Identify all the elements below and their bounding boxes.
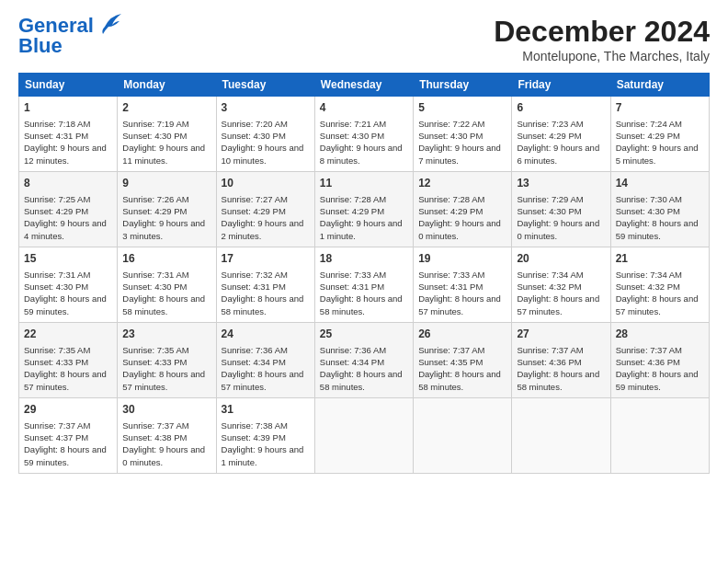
day-info: Sunrise: 7:34 AMSunset: 4:32 PMDaylight:… <box>616 269 704 317</box>
calendar-cell: 31Sunrise: 7:38 AMSunset: 4:39 PMDayligh… <box>216 398 314 474</box>
day-info: Sunrise: 7:21 AMSunset: 4:30 PMDaylight:… <box>320 118 408 167</box>
day-info: Sunrise: 7:37 AMSunset: 4:38 PMDaylight:… <box>122 419 210 468</box>
day-number: 15 <box>24 251 112 267</box>
day-number: 17 <box>222 251 310 267</box>
calendar-cell: 24Sunrise: 7:36 AMSunset: 4:34 PMDayligh… <box>216 323 314 398</box>
day-info: Sunrise: 7:30 AMSunset: 4:30 PMDaylight:… <box>616 193 704 242</box>
calendar-dow-monday: Monday <box>118 74 216 97</box>
calendar-cell: 17Sunrise: 7:32 AMSunset: 4:31 PMDayligh… <box>216 247 314 323</box>
day-info: Sunrise: 7:18 AMSunset: 4:31 PMDaylight:… <box>24 118 112 167</box>
calendar-cell: 9Sunrise: 7:26 AMSunset: 4:29 PMDaylight… <box>118 172 216 247</box>
calendar-cell: 18Sunrise: 7:33 AMSunset: 4:31 PMDayligh… <box>314 247 413 323</box>
calendar-cell: 13Sunrise: 7:29 AMSunset: 4:30 PMDayligh… <box>512 172 610 247</box>
calendar-dow-thursday: Thursday <box>414 74 512 97</box>
calendar-cell: 8Sunrise: 7:25 AMSunset: 4:29 PMDaylight… <box>19 172 118 247</box>
day-info: Sunrise: 7:29 AMSunset: 4:30 PMDaylight:… <box>517 193 605 242</box>
day-number: 29 <box>24 402 112 418</box>
month-title: December 2024 <box>494 15 710 49</box>
day-number: 2 <box>122 100 210 116</box>
calendar-cell: 15Sunrise: 7:31 AMSunset: 4:30 PMDayligh… <box>19 247 118 323</box>
calendar-cell: 20Sunrise: 7:34 AMSunset: 4:32 PMDayligh… <box>512 247 610 323</box>
calendar-cell: 25Sunrise: 7:36 AMSunset: 4:34 PMDayligh… <box>314 323 413 398</box>
calendar-dow-wednesday: Wednesday <box>314 74 413 97</box>
day-number: 28 <box>616 327 704 342</box>
day-number: 19 <box>418 251 506 267</box>
day-info: Sunrise: 7:19 AMSunset: 4:30 PMDaylight:… <box>122 118 210 167</box>
logo: General Blue <box>18 15 121 57</box>
calendar-cell: 16Sunrise: 7:31 AMSunset: 4:30 PMDayligh… <box>118 247 216 323</box>
calendar-cell: 1Sunrise: 7:18 AMSunset: 4:31 PMDaylight… <box>19 97 118 172</box>
calendar-cell: 21Sunrise: 7:34 AMSunset: 4:32 PMDayligh… <box>610 247 709 323</box>
day-info: Sunrise: 7:20 AMSunset: 4:30 PMDaylight:… <box>222 118 310 167</box>
day-info: Sunrise: 7:35 AMSunset: 4:33 PMDaylight:… <box>122 344 210 393</box>
day-number: 27 <box>517 327 605 342</box>
calendar-cell: 3Sunrise: 7:20 AMSunset: 4:30 PMDaylight… <box>216 97 314 172</box>
calendar-cell: 11Sunrise: 7:28 AMSunset: 4:29 PMDayligh… <box>314 172 413 247</box>
calendar-cell <box>314 398 413 474</box>
day-info: Sunrise: 7:37 AMSunset: 4:37 PMDaylight:… <box>24 419 112 468</box>
calendar-week-4: 22Sunrise: 7:35 AMSunset: 4:33 PMDayligh… <box>19 323 710 398</box>
calendar-cell: 26Sunrise: 7:37 AMSunset: 4:35 PMDayligh… <box>414 323 512 398</box>
day-number: 31 <box>222 402 310 418</box>
day-number: 22 <box>24 327 112 342</box>
day-number: 1 <box>24 100 112 116</box>
logo-bird-icon <box>96 14 121 34</box>
calendar-cell: 7Sunrise: 7:24 AMSunset: 4:29 PMDaylight… <box>610 97 709 172</box>
day-info: Sunrise: 7:37 AMSunset: 4:36 PMDaylight:… <box>517 344 605 393</box>
day-number: 16 <box>122 251 210 267</box>
day-number: 8 <box>24 176 112 191</box>
day-info: Sunrise: 7:33 AMSunset: 4:31 PMDaylight:… <box>418 269 506 317</box>
day-number: 18 <box>320 251 408 267</box>
day-info: Sunrise: 7:37 AMSunset: 4:35 PMDaylight:… <box>418 344 506 393</box>
day-number: 7 <box>616 100 704 116</box>
calendar-week-1: 1Sunrise: 7:18 AMSunset: 4:31 PMDaylight… <box>19 97 710 172</box>
calendar-cell: 23Sunrise: 7:35 AMSunset: 4:33 PMDayligh… <box>118 323 216 398</box>
day-number: 12 <box>418 176 506 191</box>
day-info: Sunrise: 7:23 AMSunset: 4:29 PMDaylight:… <box>517 118 605 167</box>
day-number: 20 <box>517 251 605 267</box>
calendar-dow-sunday: Sunday <box>19 74 118 97</box>
calendar-cell: 14Sunrise: 7:30 AMSunset: 4:30 PMDayligh… <box>610 172 709 247</box>
calendar-cell: 10Sunrise: 7:27 AMSunset: 4:29 PMDayligh… <box>216 172 314 247</box>
calendar-cell: 29Sunrise: 7:37 AMSunset: 4:37 PMDayligh… <box>19 398 118 474</box>
calendar-cell: 6Sunrise: 7:23 AMSunset: 4:29 PMDaylight… <box>512 97 610 172</box>
day-info: Sunrise: 7:35 AMSunset: 4:33 PMDaylight:… <box>24 344 112 393</box>
day-info: Sunrise: 7:31 AMSunset: 4:30 PMDaylight:… <box>24 269 112 317</box>
day-number: 3 <box>222 100 310 116</box>
day-number: 25 <box>320 327 408 342</box>
day-info: Sunrise: 7:27 AMSunset: 4:29 PMDaylight:… <box>222 193 310 242</box>
calendar-cell: 27Sunrise: 7:37 AMSunset: 4:36 PMDayligh… <box>512 323 610 398</box>
title-section: December 2024 Montelupone, The Marches, … <box>494 15 710 63</box>
calendar-cell: 19Sunrise: 7:33 AMSunset: 4:31 PMDayligh… <box>414 247 512 323</box>
calendar-cell: 22Sunrise: 7:35 AMSunset: 4:33 PMDayligh… <box>19 323 118 398</box>
calendar-dow-tuesday: Tuesday <box>216 74 314 97</box>
day-number: 30 <box>122 402 210 418</box>
day-number: 6 <box>517 100 605 116</box>
day-info: Sunrise: 7:28 AMSunset: 4:29 PMDaylight:… <box>418 193 506 242</box>
calendar-table: SundayMondayTuesdayWednesdayThursdayFrid… <box>18 73 710 474</box>
day-info: Sunrise: 7:26 AMSunset: 4:29 PMDaylight:… <box>122 193 210 242</box>
day-number: 26 <box>418 327 506 342</box>
day-number: 5 <box>418 100 506 116</box>
day-number: 21 <box>616 251 704 267</box>
calendar-cell: 30Sunrise: 7:37 AMSunset: 4:38 PMDayligh… <box>118 398 216 474</box>
calendar-week-5: 29Sunrise: 7:37 AMSunset: 4:37 PMDayligh… <box>19 398 710 474</box>
day-info: Sunrise: 7:33 AMSunset: 4:31 PMDaylight:… <box>320 269 408 317</box>
logo-blue: Blue <box>18 34 63 57</box>
day-info: Sunrise: 7:22 AMSunset: 4:30 PMDaylight:… <box>418 118 506 167</box>
calendar-cell: 2Sunrise: 7:19 AMSunset: 4:30 PMDaylight… <box>118 97 216 172</box>
calendar-dow-saturday: Saturday <box>610 74 709 97</box>
day-number: 23 <box>122 327 210 342</box>
day-number: 4 <box>320 100 408 116</box>
day-info: Sunrise: 7:31 AMSunset: 4:30 PMDaylight:… <box>122 269 210 317</box>
calendar-dow-friday: Friday <box>512 74 610 97</box>
header: General Blue December 2024 Montelupone, … <box>18 15 710 63</box>
calendar-week-2: 8Sunrise: 7:25 AMSunset: 4:29 PMDaylight… <box>19 172 710 247</box>
day-info: Sunrise: 7:28 AMSunset: 4:29 PMDaylight:… <box>320 193 408 242</box>
location: Montelupone, The Marches, Italy <box>494 49 710 63</box>
day-number: 13 <box>517 176 605 191</box>
day-number: 11 <box>320 176 408 191</box>
day-number: 10 <box>222 176 310 191</box>
day-info: Sunrise: 7:25 AMSunset: 4:29 PMDaylight:… <box>24 193 112 242</box>
day-number: 14 <box>616 176 704 191</box>
